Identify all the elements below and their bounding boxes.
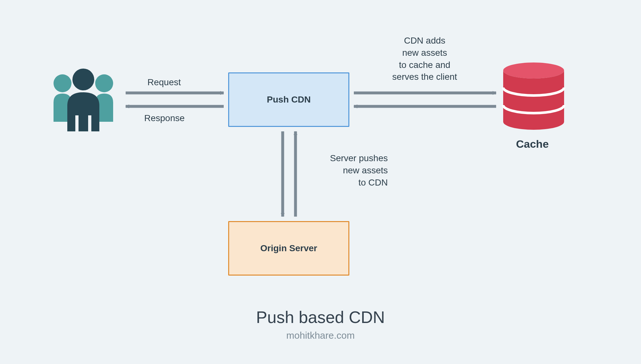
svg-point-3 [503, 62, 564, 79]
svg-point-1 [95, 74, 113, 92]
push-cdn-label: Push CDN [267, 95, 311, 105]
diagram-title: Push based CDN [0, 308, 641, 327]
svg-point-2 [72, 69, 94, 90]
cache-label: Cache [516, 138, 549, 150]
svg-point-0 [54, 74, 71, 92]
origin-server-label: Origin Server [260, 243, 317, 253]
cdn-adds-label: CDN adds new assets to cache and serves … [356, 35, 494, 83]
server-pushes-label: Server pushes new assets to CDN [304, 152, 388, 188]
push-cdn-node: Push CDN [228, 72, 349, 127]
request-label: Request [147, 76, 181, 88]
response-label: Response [144, 112, 185, 124]
diagram-stage: Push CDN Origin Server Cache [0, 0, 641, 364]
origin-server-node: Origin Server [228, 221, 349, 276]
diagram-subtitle: mohitkhare.com [0, 330, 641, 341]
